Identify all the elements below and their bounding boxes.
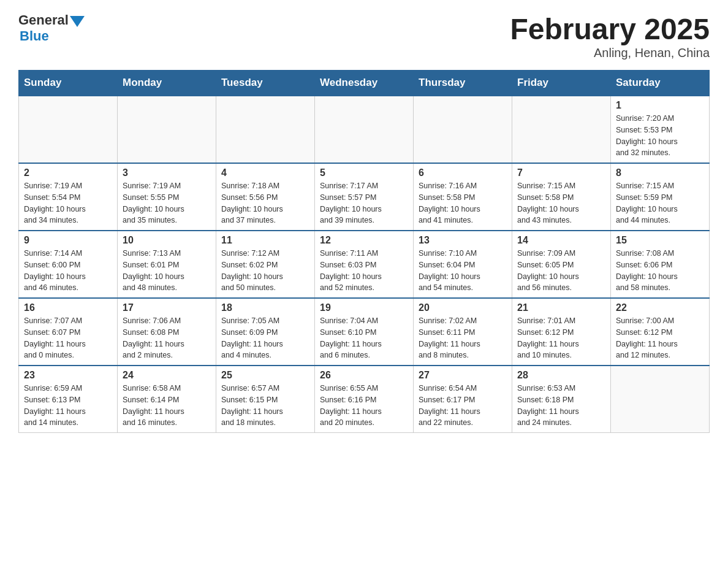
calendar-cell: 8Sunrise: 7:15 AMSunset: 5:59 PMDaylight… <box>611 163 710 231</box>
day-number: 22 <box>616 302 704 313</box>
weekday-header-row: SundayMondayTuesdayWednesdayThursdayFrid… <box>19 71 710 96</box>
day-number: 7 <box>517 167 605 178</box>
day-number: 17 <box>123 302 211 313</box>
calendar-cell: 11Sunrise: 7:12 AMSunset: 6:02 PMDayligh… <box>216 231 315 298</box>
calendar-cell: 15Sunrise: 7:08 AMSunset: 6:06 PMDayligh… <box>611 231 710 298</box>
day-info: Sunrise: 6:55 AMSunset: 6:16 PMDaylight:… <box>320 383 408 429</box>
day-number: 21 <box>517 302 605 313</box>
day-number: 1 <box>616 100 704 111</box>
day-info: Sunrise: 7:11 AMSunset: 6:03 PMDaylight:… <box>320 248 408 294</box>
day-number: 12 <box>320 235 408 246</box>
day-info: Sunrise: 7:19 AMSunset: 5:54 PMDaylight:… <box>24 180 112 226</box>
calendar-cell: 19Sunrise: 7:04 AMSunset: 6:10 PMDayligh… <box>315 298 414 366</box>
month-title: February 2025 <box>510 12 710 46</box>
day-number: 25 <box>221 370 309 381</box>
day-number: 14 <box>517 235 605 246</box>
calendar-cell: 27Sunrise: 6:54 AMSunset: 6:17 PMDayligh… <box>414 366 512 433</box>
calendar-cell: 17Sunrise: 7:06 AMSunset: 6:08 PMDayligh… <box>118 298 216 366</box>
weekday-header-wednesday: Wednesday <box>315 71 414 96</box>
calendar-cell: 23Sunrise: 6:59 AMSunset: 6:13 PMDayligh… <box>19 366 118 433</box>
day-info: Sunrise: 7:14 AMSunset: 6:00 PMDaylight:… <box>24 248 112 294</box>
weekday-header-monday: Monday <box>118 71 216 96</box>
day-number: 26 <box>320 370 408 381</box>
calendar-week-row: 16Sunrise: 7:07 AMSunset: 6:07 PMDayligh… <box>19 298 710 366</box>
calendar-cell: 22Sunrise: 7:00 AMSunset: 6:12 PMDayligh… <box>611 298 710 366</box>
calendar-cell: 18Sunrise: 7:05 AMSunset: 6:09 PMDayligh… <box>216 298 315 366</box>
weekday-header-thursday: Thursday <box>414 71 512 96</box>
day-info: Sunrise: 7:02 AMSunset: 6:11 PMDaylight:… <box>419 315 507 361</box>
day-number: 18 <box>221 302 309 313</box>
day-info: Sunrise: 7:07 AMSunset: 6:07 PMDaylight:… <box>24 315 112 361</box>
calendar-table: SundayMondayTuesdayWednesdayThursdayFrid… <box>18 70 710 433</box>
weekday-header-friday: Friday <box>512 71 611 96</box>
day-info: Sunrise: 6:57 AMSunset: 6:15 PMDaylight:… <box>221 383 309 429</box>
title-area: February 2025 Anling, Henan, China <box>510 12 710 60</box>
calendar-cell: 6Sunrise: 7:16 AMSunset: 5:58 PMDaylight… <box>414 163 512 231</box>
day-number: 19 <box>320 302 408 313</box>
day-info: Sunrise: 7:15 AMSunset: 5:59 PMDaylight:… <box>616 180 704 226</box>
calendar-cell <box>611 366 710 433</box>
calendar-cell <box>118 96 216 163</box>
calendar-cell: 14Sunrise: 7:09 AMSunset: 6:05 PMDayligh… <box>512 231 611 298</box>
day-info: Sunrise: 7:16 AMSunset: 5:58 PMDaylight:… <box>419 180 507 226</box>
calendar-cell: 2Sunrise: 7:19 AMSunset: 5:54 PMDaylight… <box>19 163 118 231</box>
calendar-cell: 26Sunrise: 6:55 AMSunset: 6:16 PMDayligh… <box>315 366 414 433</box>
logo-general-text: General <box>18 12 69 28</box>
calendar-cell: 12Sunrise: 7:11 AMSunset: 6:03 PMDayligh… <box>315 231 414 298</box>
day-number: 27 <box>419 370 507 381</box>
day-number: 2 <box>24 167 112 178</box>
calendar-week-row: 1Sunrise: 7:20 AMSunset: 5:53 PMDaylight… <box>19 96 710 163</box>
location-subtitle: Anling, Henan, China <box>510 46 710 60</box>
logo-blue-text: Blue <box>20 28 49 44</box>
calendar-week-row: 2Sunrise: 7:19 AMSunset: 5:54 PMDaylight… <box>19 163 710 231</box>
day-number: 15 <box>616 235 704 246</box>
calendar-body: 1Sunrise: 7:20 AMSunset: 5:53 PMDaylight… <box>19 96 710 433</box>
calendar-cell: 21Sunrise: 7:01 AMSunset: 6:12 PMDayligh… <box>512 298 611 366</box>
logo: General Blue <box>18 12 85 44</box>
weekday-header-saturday: Saturday <box>611 71 710 96</box>
calendar-cell <box>315 96 414 163</box>
day-number: 13 <box>419 235 507 246</box>
day-number: 24 <box>123 370 211 381</box>
day-number: 11 <box>221 235 309 246</box>
calendar-cell: 25Sunrise: 6:57 AMSunset: 6:15 PMDayligh… <box>216 366 315 433</box>
calendar-cell <box>216 96 315 163</box>
calendar-cell: 3Sunrise: 7:19 AMSunset: 5:55 PMDaylight… <box>118 163 216 231</box>
calendar-cell: 1Sunrise: 7:20 AMSunset: 5:53 PMDaylight… <box>611 96 710 163</box>
calendar-cell <box>414 96 512 163</box>
calendar-week-row: 23Sunrise: 6:59 AMSunset: 6:13 PMDayligh… <box>19 366 710 433</box>
calendar-cell: 16Sunrise: 7:07 AMSunset: 6:07 PMDayligh… <box>19 298 118 366</box>
calendar-cell: 24Sunrise: 6:58 AMSunset: 6:14 PMDayligh… <box>118 366 216 433</box>
day-info: Sunrise: 7:10 AMSunset: 6:04 PMDaylight:… <box>419 248 507 294</box>
day-number: 6 <box>419 167 507 178</box>
day-number: 16 <box>24 302 112 313</box>
day-info: Sunrise: 7:09 AMSunset: 6:05 PMDaylight:… <box>517 248 605 294</box>
day-info: Sunrise: 7:06 AMSunset: 6:08 PMDaylight:… <box>123 315 211 361</box>
day-number: 3 <box>123 167 211 178</box>
day-info: Sunrise: 7:04 AMSunset: 6:10 PMDaylight:… <box>320 315 408 361</box>
weekday-header-sunday: Sunday <box>19 71 118 96</box>
day-number: 5 <box>320 167 408 178</box>
day-info: Sunrise: 7:19 AMSunset: 5:55 PMDaylight:… <box>123 180 211 226</box>
day-info: Sunrise: 6:53 AMSunset: 6:18 PMDaylight:… <box>517 383 605 429</box>
day-info: Sunrise: 7:15 AMSunset: 5:58 PMDaylight:… <box>517 180 605 226</box>
calendar-cell: 4Sunrise: 7:18 AMSunset: 5:56 PMDaylight… <box>216 163 315 231</box>
day-info: Sunrise: 6:59 AMSunset: 6:13 PMDaylight:… <box>24 383 112 429</box>
page-header: General Blue February 2025 Anling, Henan… <box>18 12 710 60</box>
calendar-cell: 20Sunrise: 7:02 AMSunset: 6:11 PMDayligh… <box>414 298 512 366</box>
day-info: Sunrise: 7:20 AMSunset: 5:53 PMDaylight:… <box>616 113 704 159</box>
calendar-cell: 5Sunrise: 7:17 AMSunset: 5:57 PMDaylight… <box>315 163 414 231</box>
calendar-cell: 7Sunrise: 7:15 AMSunset: 5:58 PMDaylight… <box>512 163 611 231</box>
day-number: 10 <box>123 235 211 246</box>
day-number: 8 <box>616 167 704 178</box>
day-info: Sunrise: 6:54 AMSunset: 6:17 PMDaylight:… <box>419 383 507 429</box>
weekday-header-tuesday: Tuesday <box>216 71 315 96</box>
day-number: 20 <box>419 302 507 313</box>
day-number: 9 <box>24 235 112 246</box>
calendar-cell: 10Sunrise: 7:13 AMSunset: 6:01 PMDayligh… <box>118 231 216 298</box>
calendar-header: SundayMondayTuesdayWednesdayThursdayFrid… <box>19 71 710 96</box>
calendar-week-row: 9Sunrise: 7:14 AMSunset: 6:00 PMDaylight… <box>19 231 710 298</box>
day-info: Sunrise: 7:08 AMSunset: 6:06 PMDaylight:… <box>616 248 704 294</box>
calendar-cell: 9Sunrise: 7:14 AMSunset: 6:00 PMDaylight… <box>19 231 118 298</box>
day-number: 4 <box>221 167 309 178</box>
